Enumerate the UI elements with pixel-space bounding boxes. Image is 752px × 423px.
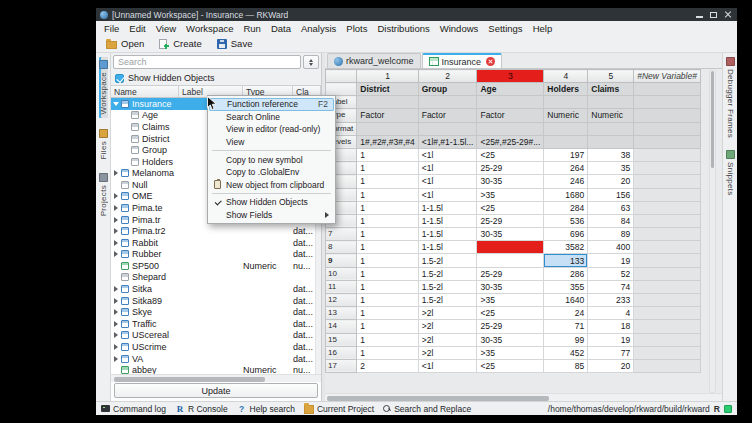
data-cell[interactable]: 38 (588, 148, 634, 161)
data-cell[interactable]: 3582 (544, 241, 588, 254)
data-cell[interactable]: 1 (357, 175, 418, 188)
data-cell[interactable]: 30-35 (477, 175, 544, 188)
data-cell-new-variable[interactable] (634, 254, 701, 267)
data-cell[interactable]: 233 (588, 294, 634, 307)
meta-cell[interactable]: Group (418, 83, 477, 96)
context-menu-item-view-in-editor-read-only[interactable]: View in editor (read-only) (208, 123, 335, 136)
data-cell[interactable]: 1 (357, 188, 418, 201)
statusbar-toggle-search-and-replace[interactable]: Search and Replace (383, 404, 471, 414)
row-header-10[interactable]: 10 (326, 267, 357, 280)
expand-arrow-icon[interactable] (112, 204, 120, 212)
data-cell[interactable]: 1 (357, 320, 418, 333)
meta-cell[interactable]: Numeric (588, 109, 634, 122)
meta-cell[interactable] (477, 122, 544, 135)
meta-cell[interactable]: Claims (588, 83, 634, 96)
data-cell[interactable]: 1-1.5l (418, 241, 477, 254)
expand-arrow-icon[interactable] (112, 343, 120, 351)
expand-arrow-icon[interactable] (112, 169, 120, 177)
data-cell-new-variable[interactable] (634, 294, 701, 307)
data-cell[interactable]: 1.5-2l (418, 280, 477, 293)
data-cell[interactable]: 1-1.5l (418, 228, 477, 241)
expand-arrow-icon[interactable] (112, 250, 120, 258)
data-cell[interactable]: >2l (418, 333, 477, 346)
open-button[interactable]: Open (100, 37, 150, 50)
data-cell[interactable]: 1 (357, 254, 418, 267)
data-cell[interactable]: 2 (357, 359, 418, 372)
expand-arrow-icon[interactable] (112, 320, 120, 328)
row-header-17[interactable]: 17 (326, 359, 357, 372)
meta-cell[interactable] (588, 122, 634, 135)
data-cell[interactable]: 1 (357, 346, 418, 359)
data-cell[interactable]: 89 (588, 228, 634, 241)
expand-arrow-icon[interactable] (112, 285, 120, 293)
context-menu-item-show-hidden-objects[interactable]: Show Hidden Objects (208, 196, 335, 209)
data-cell[interactable]: <25 (477, 148, 544, 161)
data-cell[interactable]: 1.5-2l (418, 254, 477, 267)
tree-item-sitka[interactable]: Sitkadat... (111, 283, 321, 295)
menu-item-run[interactable]: Run (238, 23, 265, 34)
menu-item-windows[interactable]: Windows (435, 23, 484, 34)
sidebar-tab-workspace[interactable]: Workspace (99, 57, 108, 118)
meta-cell[interactable]: <1l#,#1-1.5l... (418, 135, 477, 148)
data-cell[interactable]: 452 (544, 346, 588, 359)
data-cell[interactable]: <1l (418, 175, 477, 188)
menu-item-edit[interactable]: Edit (124, 23, 150, 34)
data-cell[interactable]: 133 (544, 254, 588, 267)
close-icon[interactable] (722, 10, 733, 20)
collapse-arrow-icon[interactable] (112, 100, 120, 108)
data-cell[interactable]: 1 (357, 214, 418, 227)
data-cell[interactable]: 1 (357, 201, 418, 214)
data-cell[interactable]: >2l (418, 346, 477, 359)
row-header-11[interactable]: 11 (326, 280, 357, 293)
tree-item-rubber[interactable]: Rubberdat... (111, 249, 321, 261)
data-cell[interactable]: >35 (477, 346, 544, 359)
data-cell-new-variable[interactable] (634, 320, 701, 333)
data-cell-new-variable[interactable] (634, 148, 701, 161)
tree-item-pima-tr2[interactable]: Pima.tr2dat... (111, 225, 321, 237)
data-cell[interactable]: 85 (544, 359, 588, 372)
maximize-icon[interactable] (708, 10, 719, 20)
meta-cell[interactable] (588, 135, 634, 148)
data-cell-new-variable[interactable] (634, 228, 701, 241)
tree-item-uscrime[interactable]: UScrimedat... (111, 341, 321, 353)
data-cell[interactable]: 25-29 (477, 162, 544, 175)
tree-item-shepard[interactable]: Shepard (111, 272, 321, 284)
data-cell[interactable]: 1 (357, 294, 418, 307)
titlebar[interactable]: [Unnamed Workspace] - Insurance — RKWard (96, 8, 737, 21)
sidebar-tab-files[interactable]: Files (99, 126, 108, 162)
data-cell[interactable]: 1 (357, 162, 418, 175)
data-cell[interactable]: 30-35 (477, 228, 544, 241)
row-header-16[interactable]: 16 (326, 346, 357, 359)
context-menu-item-search-online[interactable]: Search Online (208, 111, 335, 124)
meta-cell[interactable]: Holders (544, 83, 588, 96)
data-cell-new-variable[interactable] (634, 346, 701, 359)
context-menu-item-view[interactable]: View (208, 136, 335, 149)
data-cell[interactable]: 197 (544, 148, 588, 161)
column-header-4[interactable]: 4 (544, 70, 588, 83)
context-menu-item-function-reference[interactable]: Function referenceF2 (209, 98, 334, 111)
meta-cell[interactable]: 1#,#2#,#3#,#4 (357, 135, 418, 148)
row-header-15[interactable]: 15 (326, 333, 357, 346)
data-cell-new-variable[interactable] (634, 267, 701, 280)
data-cell[interactable]: 1-1.5l (418, 214, 477, 227)
data-cell[interactable]: 1 (357, 307, 418, 320)
tree-header-name[interactable]: Name (111, 86, 179, 97)
data-cell[interactable]: >35 (477, 188, 544, 201)
context-menu-item-copy-to-new-symbol[interactable]: Copy to new symbol (208, 153, 335, 166)
expand-arrow-icon[interactable] (112, 355, 120, 363)
data-cell[interactable]: 1680 (544, 188, 588, 201)
create-button[interactable]: Create (153, 37, 208, 50)
data-cell[interactable]: 1.5-2l (418, 267, 477, 280)
tree-item-skye[interactable]: Skyedat... (111, 306, 321, 318)
new-variable-header[interactable]: #New Variable# (634, 70, 701, 83)
expand-arrow-icon[interactable] (112, 297, 120, 305)
save-button[interactable]: Save (211, 37, 259, 50)
close-tab-icon[interactable] (486, 57, 495, 66)
data-cell[interactable]: <25 (477, 359, 544, 372)
data-cell[interactable]: 1 (357, 333, 418, 346)
row-header-7[interactable]: 7 (326, 228, 357, 241)
meta-cell-new-variable[interactable] (634, 135, 701, 148)
menu-item-distributions[interactable]: Distributions (372, 23, 434, 34)
right-tab-snippets[interactable]: Snippets (726, 150, 735, 196)
tree-item-abbey[interactable]: abbeyNumericnu... (111, 364, 321, 374)
